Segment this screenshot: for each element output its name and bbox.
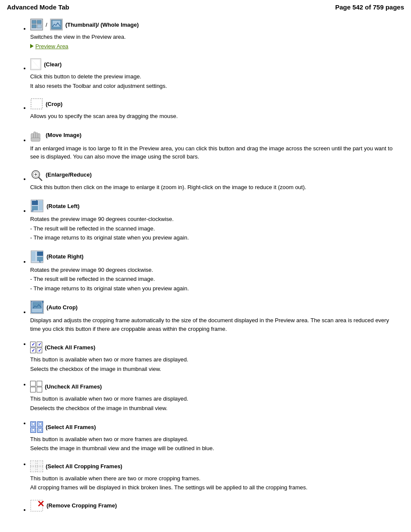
svg-text:↺: ↺ [31,209,34,212]
item-header-enlarge: (Enlarge/Reduce) [30,169,394,181]
item-desc-enlarge: Click this button then click on the imag… [30,183,394,192]
header: Advanced Mode Tab Page 542 of 759 pages [0,0,411,14]
svg-line-22 [39,177,42,180]
crop-icon [30,98,43,110]
item-label-select-all: (Select All Frames) [46,424,96,430]
move-image-icon [30,128,43,142]
item-header-thumbnail: / (Thumbnail)/ (Whole Image) [30,19,394,31]
item-label-remove-crop: (Remove Cropping Frame) [47,502,117,509]
item-label-clear: (Clear) [44,61,62,68]
item-label-uncheck-all: (Uncheck All Frames) [45,383,102,390]
item-label-rotate-right: (Rotate Right) [47,253,84,260]
list-item: (Remove Cropping Frame) [30,500,394,512]
item-label-crop: (Crop) [46,101,62,107]
item-header-remove-crop: (Remove Cropping Frame) [30,500,394,512]
thumbnail-icon [30,19,43,31]
auto-crop-icon [30,300,44,314]
svg-rect-3 [32,25,36,28]
whole-image-icon [50,19,63,31]
list-item: ↺ (Rotate Left) Rotates the preview imag… [30,199,394,242]
list-item: ✓ ✓ ✓ ✓ (Check All Frames) This button i… [30,341,394,373]
list-item: (Move Image) If an enlarged image is too… [30,128,394,161]
item-label-select-all-crop: (Select All Cropping Frames) [46,463,122,470]
item-desc-rotate-right: Rotates the preview image 90 degrees clo… [30,266,394,293]
item-desc-select-all: This button is available when two or mor… [30,435,394,453]
rotate-right-icon: ↻ [30,250,44,264]
list-item: (Enlarge/Reduce) Click this button then … [30,169,394,192]
list-item: (Uncheck All Frames) This button is avai… [30,381,394,412]
item-desc-rotate-left: Rotates the preview image 90 degrees cou… [30,215,394,242]
item-label-check-all: (Check All Frames) [45,344,95,351]
item-header-check-all: ✓ ✓ ✓ ✓ (Check All Frames) [30,342,394,353]
svg-rect-8 [53,21,60,27]
svg-text:↻: ↻ [39,260,41,263]
item-desc-move: If an enlarged image is too large to fit… [30,144,394,161]
item-header-select-all-crop: (Select All Cropping Frames) [30,460,394,472]
svg-rect-17 [31,138,40,141]
item-header-rotate-left: ↺ (Rotate Left) [30,199,394,213]
clear-icon [30,58,41,70]
list-item: (Select All Frames) This button is avail… [30,420,394,453]
uncheck-all-frames-icon [30,381,42,392]
item-header-select-all: (Select All Frames) [30,421,394,433]
separator: / [46,22,47,28]
check-all-frames-icon: ✓ ✓ ✓ ✓ [30,342,42,353]
item-desc-check-all: This button is available when two or mor… [30,355,394,373]
svg-rect-29 [37,252,43,256]
item-header-move: (Move Image) [30,128,394,142]
item-desc-uncheck-all: This button is available when two or mor… [30,395,394,412]
item-desc-auto-crop: Displays and adjusts the cropping frame … [30,316,394,333]
item-desc-select-all-crop: This button is available when there are … [30,474,394,492]
content: / (Thumbnail)/ (Whole Image) Switches th… [0,14,411,528]
svg-rect-31 [31,252,35,261]
item-header-rotate-right: ↻ (Rotate Right) [30,250,394,264]
item-header-crop: (Crop) [30,98,394,110]
preview-area-link[interactable]: Preview Area [30,42,394,51]
select-all-cropping-icon [30,460,43,472]
svg-rect-12 [31,99,42,109]
svg-rect-1 [32,20,36,24]
enlarge-icon [30,169,43,181]
svg-rect-4 [37,25,41,28]
item-header-clear: (Clear) [30,58,394,70]
item-header-auto-crop: (Auto Crop) [30,300,394,314]
svg-rect-26 [39,201,43,210]
list-item: (Auto Crop) Displays and adjusts the cro… [30,300,394,333]
item-list: / (Thumbnail)/ (Whole Image) Switches th… [17,19,394,512]
list-item: (Crop) Allows you to specify the scan ar… [30,98,394,121]
header-page: Page 542 of 759 pages [335,3,404,11]
svg-rect-35 [33,302,41,308]
item-label-thumbnail: (Thumbnail)/ (Whole Image) [65,22,139,28]
rotate-left-icon: ↺ [30,199,44,213]
list-item: (Clear) Click this button to delete the … [30,58,394,90]
header-title: Advanced Mode Tab [7,3,69,11]
item-label-move: (Move Image) [46,132,81,138]
item-label-rotate-left: (Rotate Left) [47,203,80,209]
list-item: / (Thumbnail)/ (Whole Image) Switches th… [30,19,394,50]
list-item: (Select All Cropping Frames) This button… [30,460,394,492]
item-label-enlarge: (Enlarge/Reduce) [46,171,92,178]
item-desc-thumbnail: Switches the view in the Preview area. P… [30,33,394,50]
item-label-auto-crop: (Auto Crop) [47,304,78,311]
select-all-frames-icon [30,421,43,433]
remove-cropping-icon [30,500,44,512]
item-desc-crop: Allows you to specify the scan area by d… [30,112,394,121]
item-header-uncheck-all: (Uncheck All Frames) [30,381,394,392]
svg-rect-2 [37,20,41,24]
svg-rect-24 [32,201,38,205]
list-item: ↻ (Rotate Right) Rotates the preview ima… [30,250,394,293]
item-desc-clear: Click this button to delete the preview … [30,72,394,90]
